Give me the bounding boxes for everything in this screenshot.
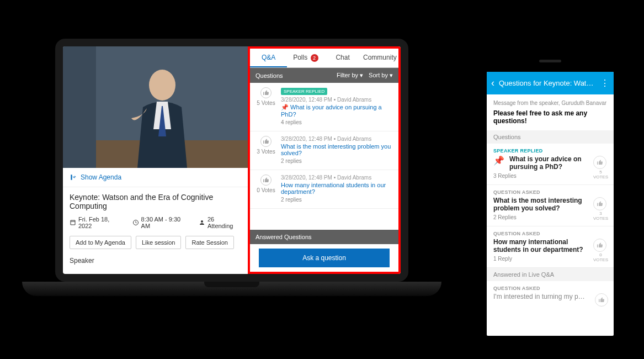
calendar-icon xyxy=(70,219,76,226)
speaker-section-label: Speaker xyxy=(70,257,241,265)
message-from: Message from the speaker, Guruduth Banav… xyxy=(493,100,607,106)
question-meta: 3/28/2020, 12:48 PM • David Abrams xyxy=(281,97,393,103)
agenda-icon xyxy=(70,173,77,181)
question-text: How many international students in our d… xyxy=(493,238,607,254)
vote-widget[interactable]: 3 VOTES xyxy=(593,197,608,221)
svg-point-5 xyxy=(201,220,203,223)
vote-widget[interactable]: 0 VOTES xyxy=(593,239,608,262)
upvote-button[interactable] xyxy=(260,87,272,98)
upvote-button[interactable] xyxy=(260,175,272,186)
question-replies: 4 replies xyxy=(281,119,393,125)
speaker-video-still xyxy=(63,46,248,168)
question-tag: QUESTION ASKED xyxy=(493,189,607,195)
laptop-screen: Show Agenda Keynote: Watson and the Era … xyxy=(55,39,408,282)
laptop-device: Show Agenda Keynote: Watson and the Era … xyxy=(55,39,419,296)
mobile-question-item[interactable]: QUESTION ASKED What is the most interest… xyxy=(487,185,614,226)
session-detail-pane: Show Agenda Keynote: Watson and the Era … xyxy=(63,46,248,274)
question-replies: 2 replies xyxy=(281,197,393,203)
question-replies: 2 Replies xyxy=(493,214,607,220)
message-text: Please feel free to ask me any questions… xyxy=(493,109,607,125)
mobile-title: Questions for Keynote: Watson… xyxy=(499,79,596,87)
svg-point-3 xyxy=(149,70,175,101)
thumb-up-icon xyxy=(263,177,269,183)
question-list: 5 Votes SPEAKER REPLIED 3/28/2020, 12:48… xyxy=(250,83,398,230)
pin-icon: 📌 xyxy=(281,104,289,110)
question-item: 3 Votes 3/28/2020, 12:48 PM • David Abra… xyxy=(250,131,398,170)
question-item: 5 Votes SPEAKER REPLIED 3/28/2020, 12:48… xyxy=(250,83,398,131)
session-title: Keynote: Watson and the Era of Cognitive… xyxy=(70,193,241,210)
pin-icon: 📌 xyxy=(493,155,504,166)
tab-polls[interactable]: Polls 2 xyxy=(287,49,324,67)
ask-question-button[interactable]: Ask a question xyxy=(259,249,390,267)
question-replies: 2 replies xyxy=(281,158,393,164)
session-time: 8:30 AM - 9:30 AM xyxy=(132,216,191,229)
question-tag: SPEAKER REPLIED xyxy=(493,148,607,154)
vote-count: 3 Votes xyxy=(256,149,276,155)
filter-dropdown[interactable]: Filter by ▾ xyxy=(337,72,363,79)
tab-chat[interactable]: Chat xyxy=(324,49,361,67)
question-tag: QUESTION ASKED xyxy=(493,231,607,236)
mobile-question-item[interactable]: QUESTION ASKED I'm interested in turning… xyxy=(487,281,614,306)
thumb-up-icon xyxy=(593,239,606,252)
question-link[interactable]: How many international students in our d… xyxy=(281,182,393,195)
qa-panel: Q&A Polls 2 Chat Community Questions Fil… xyxy=(248,46,401,274)
vote-count: 5 Votes xyxy=(256,100,276,106)
thumb-up-icon xyxy=(263,138,269,145)
speaker-message: Message from the speaker, Guruduth Banav… xyxy=(487,94,614,130)
show-agenda-link[interactable]: Show Agenda xyxy=(63,168,248,187)
sort-dropdown[interactable]: Sort by ▾ xyxy=(369,72,393,79)
like-session-button[interactable]: Like session xyxy=(136,236,182,249)
question-meta: 3/28/2020, 12:48 PM • David Abrams xyxy=(281,136,393,142)
clock-icon xyxy=(132,219,139,226)
svg-rect-2 xyxy=(63,46,96,168)
mobile-question-item[interactable]: QUESTION ASKED How many international st… xyxy=(487,226,614,268)
polls-badge: 2 xyxy=(311,54,318,62)
thumb-up-icon xyxy=(593,197,606,210)
question-replies: 3 Replies xyxy=(493,173,607,179)
rate-session-button[interactable]: Rate Session xyxy=(185,236,233,249)
thumb-up-icon xyxy=(595,293,608,307)
add-to-agenda-button[interactable]: Add to My Agenda xyxy=(70,236,131,249)
panel-tabs: Q&A Polls 2 Chat Community xyxy=(250,49,398,68)
people-icon xyxy=(199,219,205,226)
thumb-up-icon xyxy=(263,89,269,96)
more-menu-button[interactable]: ⋮ xyxy=(600,78,609,88)
thumb-up-icon xyxy=(593,156,606,169)
question-item: 0 Votes 3/28/2020, 12:48 PM • David Abra… xyxy=(250,170,398,209)
tab-qa[interactable]: Q&A xyxy=(250,49,287,67)
mobile-header: ‹ Questions for Keynote: Watson… ⋮ xyxy=(487,72,614,94)
speaker-replied-badge: SPEAKER REPLIED xyxy=(281,88,327,95)
upvote-button[interactable] xyxy=(260,136,272,147)
back-button[interactable]: ‹ xyxy=(491,77,494,89)
question-replies: 1 Reply xyxy=(493,256,607,262)
questions-section-header: Questions xyxy=(487,130,614,144)
question-meta: 3/28/2020, 12:48 PM • David Abrams xyxy=(281,175,393,181)
vote-count: 0 Votes xyxy=(256,187,276,193)
session-date: Fri. Feb 18, 2022 xyxy=(70,216,125,229)
question-tag: QUESTION ASKED xyxy=(493,286,607,291)
question-text: What is the most interesting problem you… xyxy=(493,197,607,212)
mobile-question-item[interactable]: SPEAKER REPLIED 📌What is your advice on … xyxy=(487,144,614,185)
question-link[interactable]: What is your advice on pursuing a PhD? xyxy=(281,104,382,118)
question-link[interactable]: What is the most interesting problem you… xyxy=(281,143,393,156)
session-attending: 26 Attending xyxy=(199,216,241,229)
tab-community[interactable]: Community xyxy=(361,49,398,67)
answered-questions-header: Answered Questions xyxy=(250,230,398,244)
questions-toolbar: Questions Filter by ▾ Sort by ▾ xyxy=(250,68,398,83)
question-text: What is your advice on pursuing a PhD? xyxy=(509,155,607,171)
vote-widget[interactable]: 5 VOTES xyxy=(593,156,608,180)
show-agenda-label: Show Agenda xyxy=(81,173,121,181)
laptop-base xyxy=(22,282,441,296)
answered-section-header: Answered in Live Q&A xyxy=(487,268,614,281)
question-text: I'm interested in turning my p… xyxy=(493,293,607,300)
phone-device: ‹ Questions for Keynote: Watson… ⋮ Messa… xyxy=(481,50,619,342)
vote-widget[interactable] xyxy=(595,293,608,307)
questions-header: Questions xyxy=(256,72,283,79)
